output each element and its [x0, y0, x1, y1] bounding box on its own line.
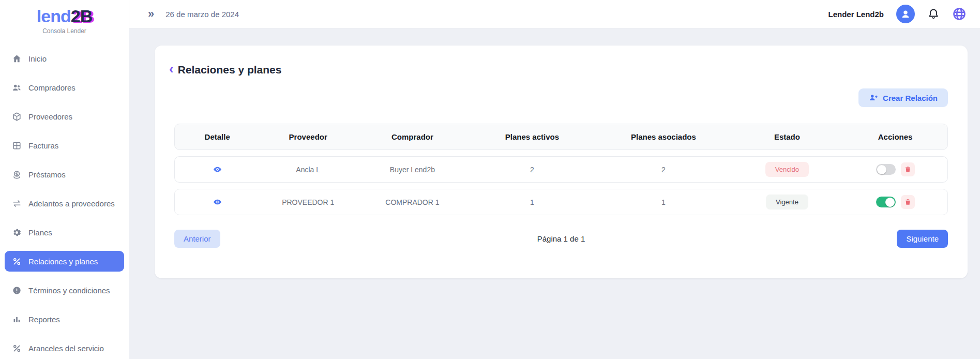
cell-planes-asociados: 1 — [596, 198, 731, 206]
logo-subtitle: Consola Lender — [0, 27, 129, 35]
column-header-detalle: Detalle — [175, 132, 260, 141]
cell-acciones — [843, 162, 947, 176]
status-badge-vencido: Vencido — [765, 162, 809, 177]
sidebar-item-relaciones-y-planes[interactable]: Relaciones y planes — [5, 251, 124, 272]
gear-icon — [11, 227, 22, 237]
user-name: Lender Lend2b — [828, 10, 884, 19]
page-indicator: Página 1 de 1 — [537, 234, 585, 243]
column-header-comprador: Comprador — [356, 132, 469, 141]
language-globe-icon[interactable] — [952, 7, 967, 21]
percent-icon — [11, 256, 22, 266]
cell-planes-asociados: 2 — [596, 166, 731, 174]
grid-icon — [11, 140, 22, 151]
sidebar-item-label: Planes — [28, 228, 52, 237]
table-row: Ancla LBuyer Lend2b22Vencido — [174, 156, 948, 183]
cell-comprador: COMPRADOR 1 — [356, 198, 469, 206]
toggle-knob — [885, 198, 895, 207]
actions-row: Crear Relación — [174, 88, 948, 107]
active-toggle-off[interactable] — [876, 164, 896, 175]
people-icon — [11, 82, 22, 93]
sidebar-item-planes[interactable]: Planes — [5, 222, 124, 243]
topbar-date: 26 de marzo de 2024 — [165, 10, 239, 19]
eye-detail-icon[interactable] — [213, 198, 222, 206]
content-area: ‹ Relaciones y planes Crear Relación Det… — [129, 28, 980, 359]
cell-estado: Vencido — [731, 162, 843, 177]
chart-icon — [11, 314, 22, 324]
cell-detalle — [175, 165, 260, 174]
logo-lend: lend — [37, 6, 71, 26]
user-avatar-icon[interactable] — [896, 5, 915, 23]
coin-icon — [11, 169, 22, 180]
column-header-estado: Estado — [731, 132, 843, 141]
logo-text: lend2B — [0, 6, 129, 26]
delete-trash-icon[interactable] — [901, 195, 915, 209]
sidebar-item-label: Términos y condiciones — [28, 286, 110, 295]
percent-icon — [11, 343, 22, 353]
delete-trash-icon[interactable] — [901, 162, 915, 176]
main-column: » 26 de marzo de 2024 Lender Lend2b ‹ — [129, 0, 980, 359]
toggle-knob — [877, 165, 886, 174]
topbar: » 26 de marzo de 2024 Lender Lend2b — [129, 0, 980, 28]
sidebar-item-label: Préstamos — [28, 170, 66, 179]
app-logo: lend2B Consola Lender — [0, 6, 129, 35]
sidebar-item-compradores[interactable]: Compradores — [5, 77, 124, 98]
table-body: Ancla LBuyer Lend2b22VencidoPROVEEDOR 1C… — [174, 156, 948, 215]
sidebar-item-label: Adelantos a proveedores — [28, 199, 115, 208]
back-chevron-icon[interactable]: ‹ — [169, 62, 174, 77]
sidebar-item-t-rminos-y-condiciones[interactable]: Términos y condiciones — [5, 280, 124, 301]
sidebar-item-label: Reportes — [28, 315, 60, 324]
relaciones-table: DetalleProveedorCompradorPlanes activosP… — [174, 124, 948, 215]
siguiente-button[interactable]: Siguiente — [897, 230, 948, 248]
logo-2b: 2B — [71, 6, 92, 26]
column-header-proveedor: Proveedor — [260, 132, 356, 141]
page-header: ‹ Relaciones y planes — [169, 62, 948, 77]
column-header-planes-activos: Planes activos — [469, 132, 596, 141]
pagination: Anterior Página 1 de 1 Siguiente — [174, 230, 948, 248]
crear-relacion-button[interactable]: Crear Relación — [858, 88, 948, 107]
table-row: PROVEEDOR 1COMPRADOR 111Vigente — [174, 189, 948, 215]
sidebar-collapse-icon[interactable]: » — [148, 8, 154, 20]
topbar-right: Lender Lend2b — [828, 5, 967, 23]
relaciones-card: ‹ Relaciones y planes Crear Relación Det… — [155, 46, 968, 278]
sidebar-item-label: Proveedores — [28, 112, 72, 121]
crear-relacion-label: Crear Relación — [883, 94, 938, 102]
column-header-acciones: Acciones — [843, 132, 947, 141]
sidebar-item-label: Facturas — [28, 141, 58, 150]
sidebar-item-pr-stamos[interactable]: Préstamos — [5, 164, 124, 185]
home-icon — [11, 53, 22, 64]
cell-acciones — [843, 195, 947, 209]
sidebar: lend2B Consola Lender InicioCompradoresP… — [0, 0, 129, 359]
sidebar-item-label: Aranceles del servicio — [28, 344, 104, 353]
cell-proveedor: PROVEEDOR 1 — [260, 198, 356, 206]
sidebar-item-adelantos-a-proveedores[interactable]: Adelantos a proveedores — [5, 193, 124, 214]
notifications-bell-icon[interactable] — [927, 8, 940, 20]
swap-icon — [11, 198, 22, 208]
cell-planes-activos: 1 — [469, 198, 596, 206]
sidebar-item-proveedores[interactable]: Proveedores — [5, 106, 124, 127]
page-title: Relaciones y planes — [178, 64, 282, 76]
app-window: lend2B Consola Lender InicioCompradoresP… — [0, 0, 980, 359]
table-header-row: DetalleProveedorCompradorPlanes activosP… — [174, 124, 948, 150]
sidebar-item-inicio[interactable]: Inicio — [5, 48, 124, 69]
active-toggle-on[interactable] — [876, 197, 896, 207]
person-add-icon — [869, 93, 878, 102]
cell-comprador: Buyer Lend2b — [356, 166, 469, 174]
column-header-planes-asociados: Planes asociados — [596, 132, 731, 141]
status-badge-vigente: Vigente — [766, 195, 808, 210]
sidebar-nav: InicioCompradoresProveedoresFacturasPrés… — [0, 48, 129, 359]
eye-detail-icon[interactable] — [213, 165, 222, 174]
sidebar-item-reportes[interactable]: Reportes — [5, 309, 124, 330]
alert-icon — [11, 285, 22, 295]
sidebar-item-aranceles-del-servicio[interactable]: Aranceles del servicio — [5, 338, 124, 358]
sidebar-item-facturas[interactable]: Facturas — [5, 135, 124, 156]
anterior-button[interactable]: Anterior — [174, 230, 220, 248]
cube-icon — [11, 111, 22, 122]
cell-estado: Vigente — [731, 195, 843, 210]
cell-detalle — [175, 198, 260, 206]
cell-planes-activos: 2 — [469, 166, 596, 174]
sidebar-item-label: Relaciones y planes — [28, 257, 98, 266]
sidebar-item-label: Inicio — [28, 54, 47, 63]
cell-proveedor: Ancla L — [260, 166, 356, 174]
sidebar-item-label: Compradores — [28, 83, 76, 92]
